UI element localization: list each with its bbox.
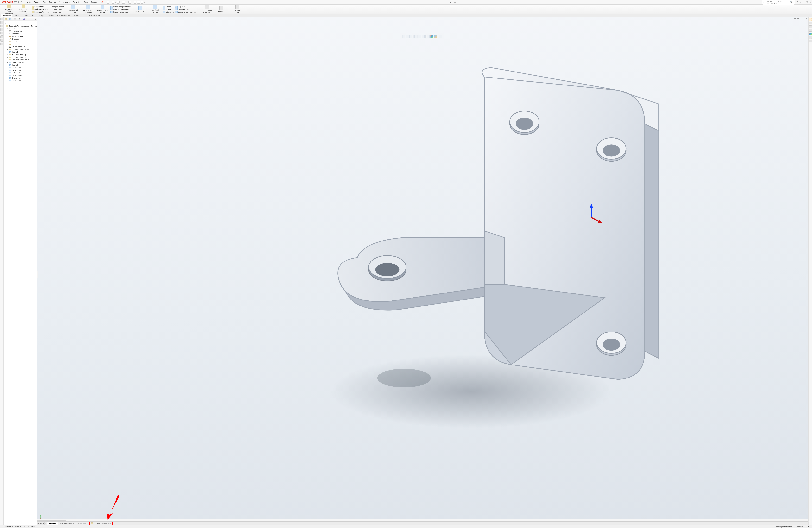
- shell-button[interactable]: Оболочка: [163, 11, 174, 13]
- tree-plane-right[interactable]: Справа: [3, 43, 37, 45]
- edit-appearance-icon[interactable]: [430, 35, 433, 38]
- select-icon[interactable]: [129, 1, 131, 3]
- cmtab-evaluate[interactable]: Анализировать: [20, 14, 36, 17]
- cmtab-simulation[interactable]: Simulation: [72, 14, 84, 17]
- menu-file[interactable]: Файл: [25, 0, 32, 4]
- open-doc-dropdown[interactable]: [115, 2, 116, 3]
- rib-button[interactable]: Ребро: [163, 5, 174, 8]
- feature-filter-row[interactable]: [3, 21, 37, 24]
- tree-cut-extrude1[interactable]: ▸Вырез-Вытянуть1: [3, 61, 37, 64]
- menu-pin-icon[interactable]: 📌: [100, 0, 105, 4]
- tree-chamfer2[interactable]: Фаска2: [3, 64, 37, 66]
- move-button[interactable]: Перенос: [175, 5, 198, 8]
- tree-boss-extrude3[interactable]: ▸Бобышка-Вытянуть3: [3, 56, 37, 58]
- menu-insert[interactable]: Вставка: [48, 0, 57, 4]
- lofted-boss-button[interactable]: Бобышка/основание по сечениям: [31, 8, 64, 10]
- fm-more-tab-icon[interactable]: ›: [26, 17, 37, 21]
- tree-plane-top[interactable]: Сверху: [3, 40, 37, 43]
- view-settings-icon[interactable]: [439, 35, 442, 38]
- menu-edit[interactable]: Правка: [33, 0, 41, 4]
- tree-boss-extrude4[interactable]: ▸Бобышка-Вытянуть4: [3, 58, 37, 61]
- intersect-button[interactable]: Пересечение: [175, 8, 198, 10]
- left-tool-1-icon[interactable]: [0, 17, 3, 20]
- taskpane-custom-props-icon[interactable]: [809, 40, 812, 42]
- mirror-button[interactable]: Зеркальное отражение: [175, 11, 198, 13]
- save-icon[interactable]: [117, 1, 119, 3]
- help-search-box[interactable]: ⓘ Поиск в Справке по SOLIDWORKS 🔍 ▾: [762, 0, 795, 5]
- display-style-icon[interactable]: [422, 35, 424, 38]
- apply-scene-icon[interactable]: [434, 35, 437, 38]
- graphics-viewport[interactable]: ▭ ▭ — ☐ ✕: [37, 17, 809, 525]
- mdi-maximize-button[interactable]: ☐: [802, 17, 805, 20]
- swept-cut-button[interactable]: Вырез по траектории: [111, 5, 131, 8]
- extruded-cut-button[interactable]: Вытянутый вырез: [67, 5, 80, 13]
- linear-pattern-button[interactable]: Линейный массив: [148, 5, 162, 13]
- fm-tree-tab-icon[interactable]: [3, 17, 8, 21]
- save-dropdown[interactable]: [120, 2, 121, 3]
- tree-fillet3[interactable]: Скругление3: [3, 72, 37, 74]
- revolved-cut-button[interactable]: Повернутый вырез: [96, 5, 109, 13]
- help-icon[interactable]: ?: [796, 1, 798, 3]
- menu-help[interactable]: Справка: [90, 0, 99, 4]
- close-button[interactable]: ✕: [809, 1, 811, 3]
- extruded-boss-button[interactable]: Вытянутая бобышка/основание: [2, 4, 16, 14]
- previous-view-icon[interactable]: [409, 35, 412, 38]
- minimize-button[interactable]: —: [802, 1, 805, 3]
- cmtab-dimxpert[interactable]: DimXpert: [36, 14, 47, 17]
- viewport-hscrollbar[interactable]: [37, 519, 809, 522]
- cmtab-addins[interactable]: Добавления SOLIDWORKS: [47, 14, 72, 17]
- btab-nav-last[interactable]: ⏭: [45, 522, 47, 525]
- maximize-button[interactable]: ☐: [806, 1, 808, 3]
- tree-fillet4[interactable]: Скругление4: [3, 74, 37, 77]
- tree-material[interactable]: 7075-T6 (SN): [3, 35, 37, 38]
- tree-plane-front[interactable]: Спереди: [3, 38, 37, 40]
- mdi-tile-icon[interactable]: ▭: [794, 17, 796, 20]
- section-view-icon[interactable]: [415, 35, 417, 38]
- cmtab-features[interactable]: Элементы: [1, 14, 12, 17]
- taskpane-file-explorer-icon[interactable]: [809, 29, 812, 31]
- btab-nav-first[interactable]: ⏮: [37, 522, 40, 525]
- zoom-to-fit-icon[interactable]: [402, 35, 405, 38]
- instant3d-button[interactable]: Instant 3D: [231, 5, 244, 13]
- print-icon[interactable]: [122, 1, 125, 3]
- taskpane-design-library-icon[interactable]: [809, 25, 812, 28]
- taskpane-view-palette-icon[interactable]: [809, 32, 812, 35]
- tab-3d-views[interactable]: Трехмерные виды: [58, 522, 76, 525]
- tree-fillet1[interactable]: Скругление1: [3, 66, 37, 69]
- tree-sensors[interactable]: Датчики: [3, 32, 37, 35]
- taskpane-home-icon[interactable]: [809, 18, 812, 21]
- revolved-boss-button[interactable]: Повернутая бобышка/основание: [17, 4, 30, 14]
- draft-button[interactable]: Уклон: [163, 8, 174, 10]
- left-tool-3-icon[interactable]: [0, 25, 3, 27]
- tree-annotations[interactable]: Примечания: [3, 30, 37, 32]
- boundary-cut-button[interactable]: Вырез по границе: [111, 11, 131, 13]
- swept-boss-button[interactable]: Бобышка/основание по траектории: [31, 5, 64, 8]
- zoom-area-icon[interactable]: [406, 35, 409, 38]
- mdi-close-button[interactable]: ✕: [806, 17, 808, 20]
- new-doc-icon[interactable]: [106, 1, 109, 3]
- fm-display-tab-icon[interactable]: [22, 17, 26, 21]
- left-tool-4-icon[interactable]: [0, 28, 3, 31]
- open-doc-icon[interactable]: [112, 1, 114, 3]
- left-tool-6-icon[interactable]: [0, 35, 3, 38]
- new-doc-dropdown[interactable]: [110, 2, 111, 3]
- taskpane-appearances-icon[interactable]: [809, 36, 812, 39]
- status-flag-icon[interactable]: 👁: [806, 526, 811, 528]
- tab-static-study[interactable]: Статический анализ 1: [89, 522, 113, 525]
- taskpane-resources-icon[interactable]: [809, 22, 812, 24]
- search-dropdown-icon[interactable]: ▾: [793, 1, 794, 3]
- mdi-minimize-button[interactable]: —: [800, 17, 802, 20]
- tab-animation[interactable]: Анимация1: [76, 522, 89, 525]
- cmtab-mbd[interactable]: SOLIDWORKS MBD: [84, 14, 103, 17]
- rebuild-icon[interactable]: [134, 1, 136, 3]
- left-tool-2-icon[interactable]: [0, 21, 3, 24]
- fm-dimxpert-tab-icon[interactable]: [17, 17, 22, 21]
- fm-property-tab-icon[interactable]: [8, 17, 13, 21]
- settings-gear-icon[interactable]: [141, 1, 143, 3]
- tree-fillet7[interactable]: Скругление7: [3, 79, 37, 82]
- hide-show-icon[interactable]: [426, 35, 430, 38]
- tab-model[interactable]: Модель: [47, 522, 58, 525]
- tree-fillet2[interactable]: Скругление2: [3, 69, 37, 72]
- left-tool-8-icon[interactable]: [0, 43, 3, 45]
- tree-chamfer1[interactable]: Фаска1: [3, 51, 37, 53]
